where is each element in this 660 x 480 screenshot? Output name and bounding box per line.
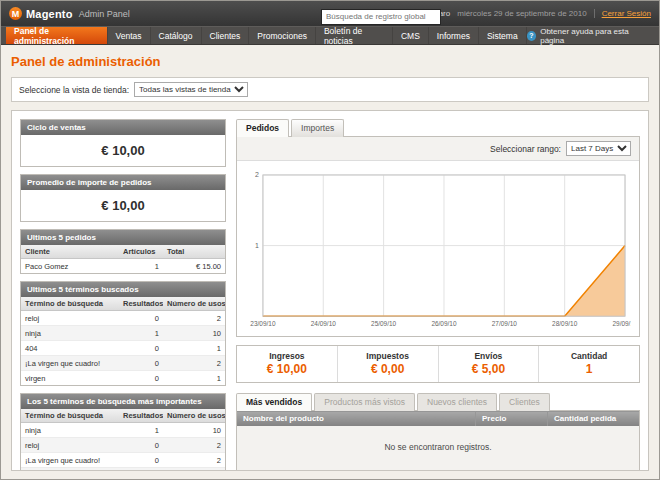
- total-label: Ingresos: [237, 351, 337, 361]
- page-help-link[interactable]: ? Obtener ayuda para esta página: [527, 27, 654, 44]
- last-search-terms-table: Término de búsquedaResultadosNúmero de u…: [21, 297, 225, 385]
- table-row: 40401: [21, 341, 225, 356]
- lifetime-sales-title: Ciclo de ventas: [21, 120, 225, 135]
- tab-pedidos[interactable]: Pedidos: [236, 119, 289, 137]
- table-cell: 2: [163, 311, 225, 326]
- empty-row: No se encontraron registros.: [237, 426, 640, 471]
- table-cell: 0: [119, 311, 163, 326]
- global-search-input[interactable]: [321, 9, 441, 25]
- nav-item-sistema[interactable]: Sistema: [479, 27, 527, 44]
- table-cell: 1: [119, 259, 163, 274]
- table-row: ninja110: [21, 326, 225, 341]
- table-cell: € 15.00: [163, 259, 225, 274]
- table-row: 40401: [21, 468, 225, 472]
- svg-text:27/09/10: 27/09/10: [492, 320, 518, 327]
- average-orders-title: Promedio de importe de pedidos: [21, 175, 225, 190]
- table-cell: 0: [119, 356, 163, 371]
- logo-subtitle: Admin Panel: [79, 9, 130, 19]
- table-cell: 2: [163, 453, 225, 468]
- table-cell: 10: [163, 326, 225, 341]
- last-orders-title: Ultimos 5 pedidos: [21, 230, 225, 245]
- total-label: Envíos: [439, 351, 539, 361]
- table-cell: 1: [119, 423, 163, 438]
- table-cell: 0: [119, 453, 163, 468]
- tab-importes[interactable]: Importes: [291, 119, 344, 137]
- products-column-header-precio: Precio: [476, 411, 548, 427]
- top-header: M Magento Admin Panel Accedió como aparo…: [1, 1, 659, 26]
- table-cell: 2: [163, 438, 225, 453]
- svg-text:26/09/10: 26/09/10: [431, 320, 457, 327]
- logo-text: Magento: [26, 8, 73, 20]
- store-view-select[interactable]: Todas las vistas de tienda: [134, 82, 248, 97]
- svg-text:25/09/10: 25/09/10: [371, 320, 397, 327]
- dashboard-left-column: Ciclo de ventas € 10,00 Promedio de impo…: [20, 119, 226, 471]
- table-row: ¡La virgen que cuadro!02: [21, 453, 225, 468]
- table-cell: 0: [119, 438, 163, 453]
- bottom-tab-strip: Más vendidosProductos más vistosNuevos c…: [236, 393, 640, 410]
- nav-item-cat-logo[interactable]: Catálogo: [151, 27, 202, 44]
- range-select[interactable]: Last 7 Days: [566, 141, 631, 156]
- help-label: Obtener ayuda para esta página: [540, 27, 650, 45]
- help-icon: ?: [527, 31, 537, 41]
- nav-item-clientes[interactable]: Clientes: [202, 27, 250, 44]
- table-cell: virgen: [21, 371, 119, 386]
- dashboard-right-column: PedidosImportes Seleccionar rango: Last …: [236, 119, 640, 471]
- table-row: ninja110: [21, 423, 225, 438]
- table-row: virgen01: [21, 371, 225, 386]
- nav-item-cms[interactable]: CMS: [393, 27, 429, 44]
- last-orders-panel: Ultimos 5 pedidos ClienteArtículosTotalP…: [20, 229, 226, 274]
- nav-item-panel-de-administraci-n[interactable]: Panel de administración: [6, 27, 108, 44]
- chart-panel: Seleccionar rango: Last 7 Days 1223/09/1…: [236, 136, 640, 337]
- tab-nuevos-clientes: Nuevos clientes: [417, 393, 497, 411]
- table-cell: 1: [119, 326, 163, 341]
- last-orders-table: ClienteArtículosTotalPaco Gomez1€ 15.00: [21, 245, 225, 273]
- svg-text:29/09/10: 29/09/10: [612, 320, 631, 327]
- orders-chart: 1223/09/1024/09/1025/09/1026/09/1027/09/…: [237, 161, 639, 336]
- nav-item-promociones[interactable]: Promociones: [249, 27, 316, 44]
- total-value: 1: [539, 362, 639, 376]
- top-search-terms-title: Los 5 términos de búsqueda más important…: [21, 394, 225, 409]
- store-view-label: Seleccione la vista de tienda:: [19, 85, 129, 95]
- nav-item-informes[interactable]: Informes: [429, 27, 479, 44]
- logout-link[interactable]: Cerrar Sesión: [594, 9, 651, 18]
- total-value: € 0,00: [338, 362, 438, 376]
- global-search: [321, 5, 441, 25]
- column-header-cliente: Cliente: [21, 245, 119, 259]
- tab-m-s-vendidos[interactable]: Más vendidos: [236, 393, 312, 411]
- table-cell: ninja: [21, 326, 119, 341]
- table-row: ¡La virgen que cuadro!02: [21, 356, 225, 371]
- main-nav: Panel de administraciónVentasCatálogoCli…: [1, 26, 659, 45]
- orders-area-chart: 1223/09/1024/09/1025/09/1026/09/1027/09/…: [245, 167, 631, 334]
- average-orders-value: € 10,00: [21, 190, 225, 221]
- table-cell: ¡La virgen que cuadro!: [21, 356, 119, 371]
- column-header-resultados: Resultados: [119, 409, 163, 423]
- orders-tab-strip: PedidosImportes: [236, 119, 640, 136]
- table-cell: ninja: [21, 423, 119, 438]
- table-cell: reloj: [21, 438, 119, 453]
- total-label: Cantidad: [539, 351, 639, 361]
- column-header-n-mero-de-usos: Número de usos: [163, 409, 225, 423]
- table-cell: 404: [21, 341, 119, 356]
- total-impuestos: Impuestos€ 0,00: [337, 346, 438, 382]
- nav-item-bolet-n-de-noticias[interactable]: Boletín de noticias: [316, 27, 393, 44]
- table-row: reloj02: [21, 311, 225, 326]
- column-header-art-culos: Artículos: [119, 245, 163, 259]
- page-content: Panel de administración Seleccione la vi…: [1, 45, 659, 479]
- lifetime-sales-panel: Ciclo de ventas € 10,00: [20, 119, 226, 167]
- last-search-terms-title: Ultimos 5 términos buscados: [21, 282, 225, 297]
- current-date-text: miércoles 29 de septiembre de 2010: [457, 9, 586, 18]
- nav-item-ventas[interactable]: Ventas: [108, 27, 151, 44]
- table-cell: 10: [163, 423, 225, 438]
- total-cantidad: Cantidad1: [538, 346, 639, 382]
- totals-row: Ingresos€ 10,00Impuestos€ 0,00Envíos€ 5,…: [236, 345, 640, 383]
- column-header-resultados: Resultados: [119, 297, 163, 311]
- svg-text:1: 1: [255, 242, 259, 249]
- svg-text:2: 2: [255, 171, 259, 178]
- table-cell: Paco Gomez: [21, 259, 119, 274]
- products-column-header-nombre-del-producto: Nombre del producto: [237, 411, 476, 427]
- page-title: Panel de administración: [11, 54, 649, 69]
- table-cell: 1: [163, 341, 225, 356]
- top-search-terms-table: Término de búsquedaResultadosNúmero de u…: [21, 409, 225, 471]
- table-cell: 404: [21, 468, 119, 472]
- table-row: Paco Gomez1€ 15.00: [21, 259, 225, 274]
